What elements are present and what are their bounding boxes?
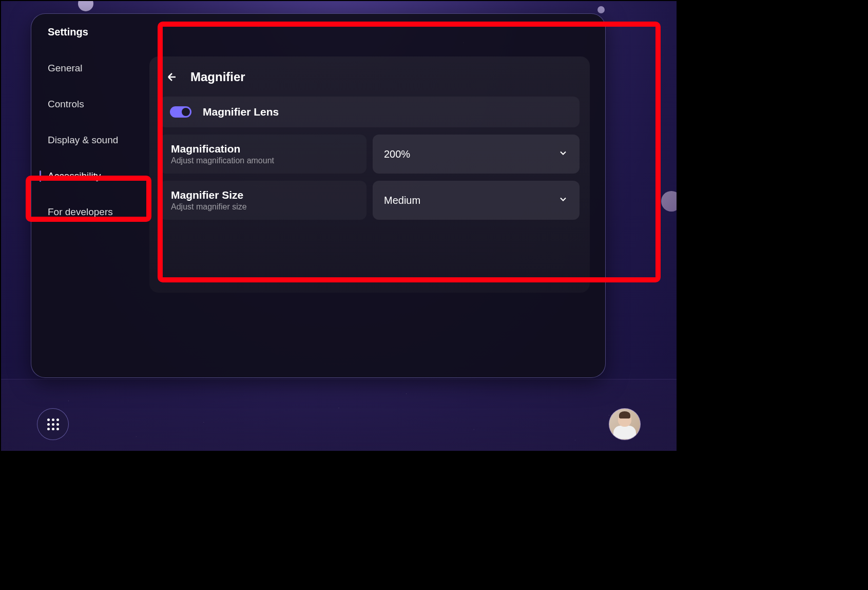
magnifier-lens-row[interactable]: Magnifier Lens [160, 97, 580, 127]
magnifier-size-row: Magnifier Size Adjust magnifier size Med… [160, 181, 580, 220]
back-button[interactable] [165, 70, 179, 84]
magnifier-lens-label: Magnifier Lens [203, 106, 279, 118]
sidebar-item-controls[interactable]: Controls [31, 86, 144, 122]
panel-title: Magnifier [190, 70, 245, 84]
chevron-down-icon [558, 148, 568, 160]
content-area: Magnifier Magnifier Lens Magnification A [144, 46, 605, 378]
magnifier-size-dropdown[interactable]: Medium [373, 181, 580, 220]
settings-body: General Controls Display & sound Accessi… [31, 46, 605, 378]
avatar-icon [612, 411, 638, 440]
magnification-title: Magnification [171, 143, 355, 155]
magnifier-lens-toggle[interactable] [170, 106, 191, 118]
sidebar-item-label: Accessibility [48, 170, 101, 181]
apps-grid-icon [47, 418, 59, 430]
settings-header: Settings [31, 14, 605, 46]
settings-title: Settings [48, 26, 589, 38]
sidebar-item-label: For developers [48, 206, 113, 217]
apps-button[interactable] [37, 408, 69, 440]
sidebar-item-general[interactable]: General [31, 50, 144, 86]
magnification-dropdown[interactable]: 200% [373, 135, 580, 174]
chevron-down-icon [558, 194, 568, 206]
sidebar-item-label: General [48, 63, 83, 73]
avatar-button[interactable] [609, 408, 641, 440]
magnifier-size-title: Magnifier Size [171, 189, 355, 201]
sidebar-item-accessibility[interactable]: Accessibility [31, 158, 144, 194]
panel-header: Magnifier [149, 66, 590, 97]
sidebar-item-display-sound[interactable]: Display & sound [31, 122, 144, 158]
arrow-left-icon [166, 71, 178, 83]
sidebar-item-label: Controls [48, 99, 84, 109]
magnifier-panel: Magnifier Magnifier Lens Magnification A [149, 56, 590, 293]
magnification-description: Adjust magnification amount [171, 156, 355, 165]
sidebar-item-for-developers[interactable]: For developers [31, 194, 144, 230]
decoration-planet [661, 191, 678, 212]
magnification-row: Magnification Adjust magnification amoun… [160, 135, 580, 174]
settings-window: Settings General Controls Display & soun… [31, 13, 606, 378]
sidebar: General Controls Display & sound Accessi… [31, 46, 144, 378]
magnification-value: 200% [384, 148, 410, 160]
decoration-moon-small [597, 6, 605, 13]
magnification-info: Magnification Adjust magnification amoun… [160, 135, 367, 174]
bottom-bar [1, 404, 677, 445]
decoration-moon [78, 0, 93, 11]
magnifier-size-value: Medium [384, 195, 420, 206]
app-window: Settings General Controls Display & soun… [0, 0, 678, 452]
sidebar-item-label: Display & sound [48, 135, 118, 145]
toggle-knob [182, 108, 190, 116]
magnifier-size-info: Magnifier Size Adjust magnifier size [160, 181, 367, 220]
magnifier-size-description: Adjust magnifier size [171, 202, 355, 212]
